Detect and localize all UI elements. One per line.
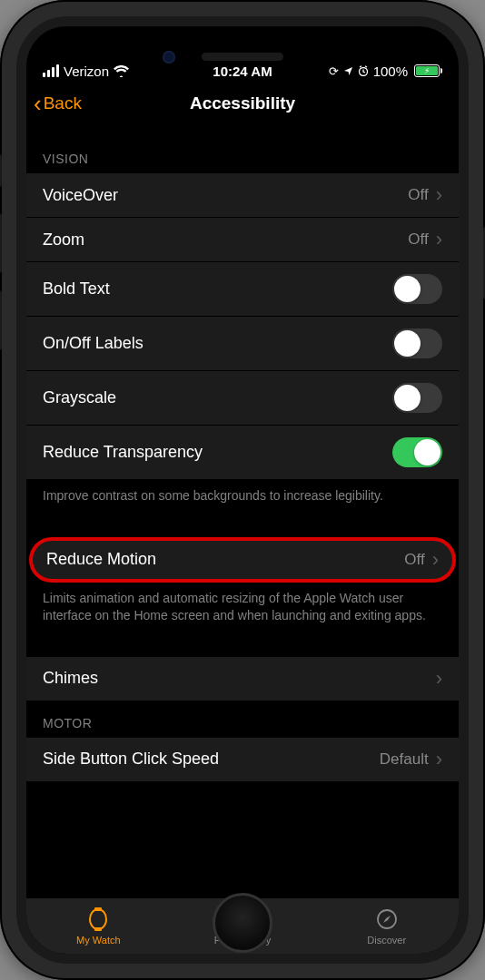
alarm-icon xyxy=(358,64,369,79)
footer-text-transparency: Improve contrast on some backgrounds to … xyxy=(26,480,459,517)
row-label: On/Off Labels xyxy=(43,334,392,353)
row-value: Off xyxy=(408,230,428,249)
home-button[interactable] xyxy=(213,893,272,953)
chevron-right-icon: › xyxy=(436,185,442,205)
back-label: Back xyxy=(44,93,82,113)
row-label: Grayscale xyxy=(43,388,392,407)
row-side-button-speed[interactable]: Side Button Click Speed Default › xyxy=(26,738,459,782)
row-reduce-transparency: Reduce Transparency xyxy=(26,426,459,480)
back-button[interactable]: ‹ Back xyxy=(34,92,82,115)
row-label: Chimes xyxy=(43,669,436,688)
section-header-vision: VISION xyxy=(26,126,459,173)
wifi-icon xyxy=(114,65,129,77)
row-label: Reduce Motion xyxy=(46,550,404,569)
tab-discover[interactable]: Discover xyxy=(314,898,459,954)
footer-text-motion: Limits animation and automatic resizing … xyxy=(26,583,459,637)
row-label: Side Button Click Speed xyxy=(43,750,380,769)
toggle-onoff-labels[interactable] xyxy=(392,328,442,358)
row-value: Off xyxy=(408,186,428,204)
toggle-bold-text[interactable] xyxy=(392,274,442,304)
chevron-right-icon: › xyxy=(436,669,442,689)
row-bold-text: Bold Text xyxy=(26,262,459,317)
cellular-signal-icon xyxy=(43,64,59,77)
status-time: 10:24 AM xyxy=(213,64,272,79)
nav-bar: ‹ Back Accessibility xyxy=(26,81,459,126)
orientation-lock-icon: ⟳ xyxy=(329,64,339,78)
battery-icon: ⚡︎ xyxy=(412,64,442,77)
svg-point-1 xyxy=(90,909,106,929)
row-zoom[interactable]: Zoom Off › xyxy=(26,218,459,262)
row-label: VoiceOver xyxy=(43,186,408,205)
row-label: Zoom xyxy=(43,230,408,250)
row-reduce-motion[interactable]: Reduce Motion Off › xyxy=(29,537,456,583)
battery-percent: 100% xyxy=(373,64,408,79)
section-header-motor: MOTOR xyxy=(26,701,459,738)
row-label: Reduce Transparency xyxy=(43,443,392,462)
watch-icon xyxy=(85,906,111,932)
chevron-left-icon: ‹ xyxy=(34,92,42,115)
status-bar: Verizon 10:24 AM ⟳ 100% ⚡︎ xyxy=(26,61,459,81)
row-chimes[interactable]: Chimes › xyxy=(26,657,459,701)
tab-label: Discover xyxy=(367,935,406,946)
tab-label: My Watch xyxy=(76,935,121,946)
row-grayscale: Grayscale xyxy=(26,371,459,426)
row-voiceover[interactable]: VoiceOver Off › xyxy=(26,173,459,218)
page-title: Accessibility xyxy=(190,93,295,113)
compass-icon xyxy=(374,906,400,932)
row-value: Off xyxy=(404,551,424,569)
toggle-grayscale[interactable] xyxy=(392,383,442,413)
row-label: Bold Text xyxy=(43,279,392,299)
chevron-right-icon: › xyxy=(432,550,439,570)
tab-my-watch[interactable]: My Watch xyxy=(26,898,171,954)
carrier-label: Verizon xyxy=(64,64,109,79)
row-value: Default xyxy=(380,750,429,769)
svg-rect-2 xyxy=(94,907,102,911)
row-onoff-labels: On/Off Labels xyxy=(26,317,459,371)
toggle-reduce-transparency[interactable] xyxy=(392,437,442,467)
settings-list: VISION VoiceOver Off › Zoom Off › xyxy=(26,126,459,897)
chevron-right-icon: › xyxy=(436,750,442,769)
location-icon xyxy=(343,64,353,79)
chevron-right-icon: › xyxy=(436,230,442,250)
svg-rect-3 xyxy=(94,927,102,931)
